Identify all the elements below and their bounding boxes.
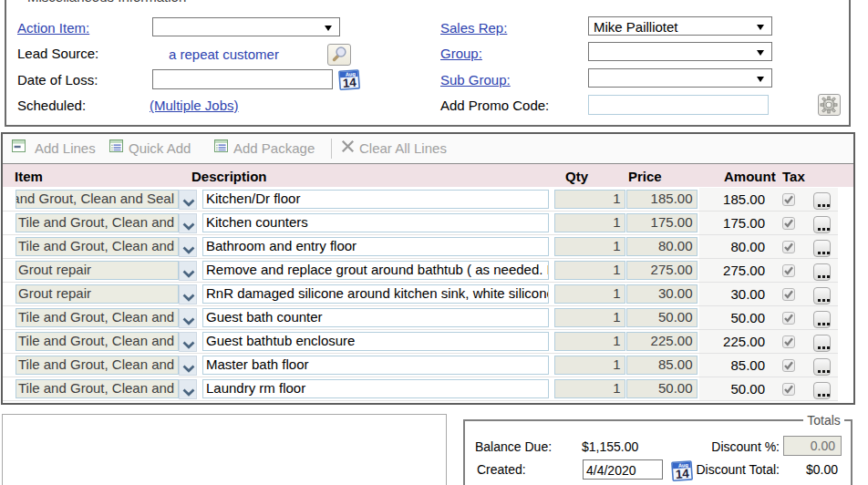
svg-text:14: 14: [342, 76, 357, 90]
